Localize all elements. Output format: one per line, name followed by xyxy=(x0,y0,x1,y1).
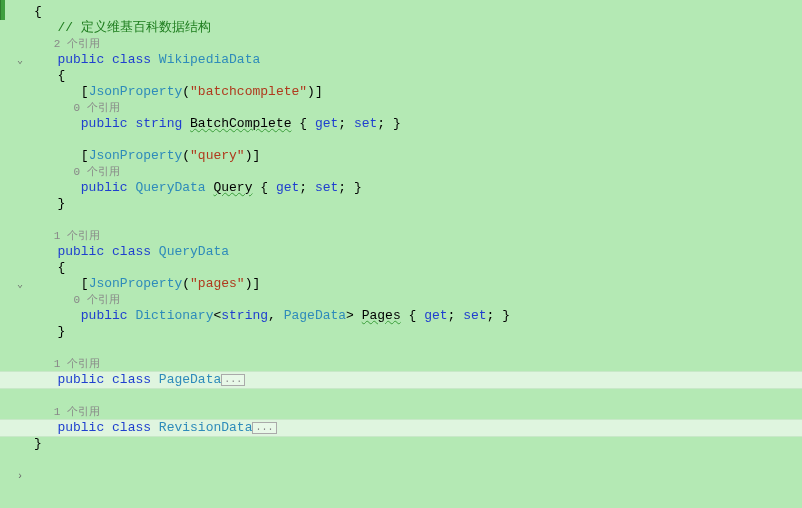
collapsed-indicator[interactable]: ... xyxy=(252,422,276,434)
blank-line[interactable] xyxy=(30,340,802,356)
class-decl-revisiondata-collapsed[interactable]: public class RevisionData... xyxy=(0,420,802,436)
attribute-line[interactable]: [JsonProperty("pages")] xyxy=(30,276,802,292)
code-line[interactable]: { xyxy=(30,4,802,20)
codelens-references[interactable]: 0 个引用 xyxy=(30,100,802,116)
fold-toggle-querydata[interactable]: ⌄ xyxy=(14,279,26,291)
codelens-references[interactable]: 1 个引用 xyxy=(30,228,802,244)
class-decl-querydata[interactable]: public class QueryData xyxy=(30,244,802,260)
identifier-pages: Pages xyxy=(362,308,401,323)
class-decl-wikipediadata[interactable]: public class WikipediaData xyxy=(30,52,802,68)
code-area[interactable]: { // 定义维基百科数据结构 2 个引用 public class Wikip… xyxy=(30,0,802,508)
code-line[interactable]: { xyxy=(30,68,802,84)
blank-line[interactable] xyxy=(30,132,802,148)
codelens-references[interactable]: 1 个引用 xyxy=(30,404,802,420)
code-line[interactable]: { xyxy=(30,260,802,276)
identifier-batchcomplete: BatchComplete xyxy=(190,116,291,131)
fold-toggle-revisiondata[interactable]: › xyxy=(14,471,26,483)
code-line[interactable]: } xyxy=(30,324,802,340)
property-query[interactable]: public QueryData Query { get; set; } xyxy=(30,180,802,196)
identifier-query: Query xyxy=(213,180,252,195)
code-line[interactable]: } xyxy=(30,436,802,452)
code-line[interactable]: // 定义维基百科数据结构 xyxy=(30,20,802,36)
codelens-references[interactable]: 1 个引用 xyxy=(30,356,802,372)
code-editor: ⌄ ⌄ › › { // 定义维基百科数据结构 2 个引用 public cla… xyxy=(0,0,802,508)
class-decl-pagedata-collapsed[interactable]: public class PageData... xyxy=(0,372,802,388)
codelens-references[interactable]: 0 个引用 xyxy=(30,164,802,180)
change-indicator xyxy=(0,0,5,20)
attribute-line[interactable]: [JsonProperty("batchcomplete")] xyxy=(30,84,802,100)
code-line[interactable]: } xyxy=(30,196,802,212)
property-pages[interactable]: public Dictionary<string, PageData> Page… xyxy=(30,308,802,324)
attribute-line[interactable]: [JsonProperty("query")] xyxy=(30,148,802,164)
comment-text: // 定义维基百科数据结构 xyxy=(57,20,210,35)
property-batchcomplete[interactable]: public string BatchComplete { get; set; … xyxy=(30,116,802,132)
codelens-references[interactable]: 0 个引用 xyxy=(30,292,802,308)
collapsed-indicator[interactable]: ... xyxy=(221,374,245,386)
codelens-references[interactable]: 2 个引用 xyxy=(30,36,802,52)
brace-open: { xyxy=(34,4,42,19)
fold-toggle-wikipediadata[interactable]: ⌄ xyxy=(14,55,26,67)
blank-line[interactable] xyxy=(30,212,802,228)
blank-line[interactable] xyxy=(30,388,802,404)
